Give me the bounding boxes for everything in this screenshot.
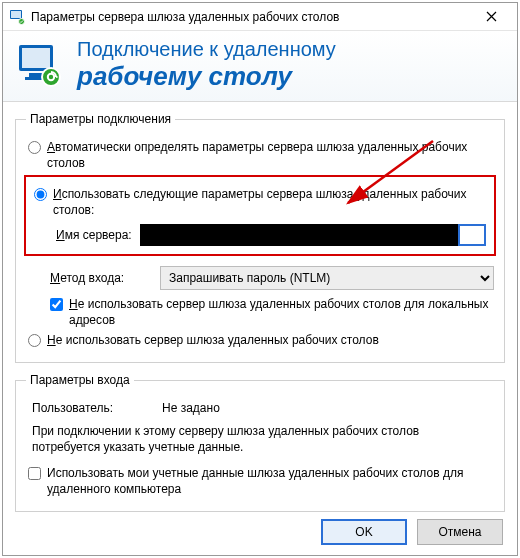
logon-method-label: Метод входа: <box>50 271 160 285</box>
share-credentials-row: Использовать мои учетные данные шлюза уд… <box>28 465 494 497</box>
user-value: Не задано <box>162 401 220 415</box>
cancel-button[interactable]: Отмена <box>417 519 503 545</box>
server-name-label: Имя сервера: <box>56 228 132 242</box>
dialog-buttons: OK Отмена <box>321 519 503 545</box>
radio-use-these-settings[interactable] <box>34 188 47 201</box>
annotation-highlight-box: Использовать следующие параметры сервера… <box>24 175 496 256</box>
svg-rect-1 <box>11 11 21 18</box>
checkbox-bypass-local-label[interactable]: Не использовать сервер шлюза удаленных р… <box>69 296 494 328</box>
header-line-1: Подключение к удаленному <box>77 37 336 61</box>
close-icon <box>486 11 497 22</box>
connection-settings-legend: Параметры подключения <box>26 112 175 126</box>
window-title: Параметры сервера шлюза удаленных рабочи… <box>31 10 471 24</box>
user-label: Пользователь: <box>32 401 162 415</box>
radio-auto-detect-label[interactable]: Автоматически определять параметры серве… <box>47 139 494 171</box>
close-button[interactable] <box>471 4 511 30</box>
radio-auto-row: Автоматически определять параметры серве… <box>28 139 494 171</box>
radio-auto-detect[interactable] <box>28 141 41 154</box>
logon-method-select[interactable]: Запрашивать пароль (NTLM) <box>160 266 494 290</box>
bypass-local-row: Не использовать сервер шлюза удаленных р… <box>50 296 494 328</box>
header-line-2: рабочему столу <box>77 61 336 91</box>
radio-manual-row: Использовать следующие параметры сервера… <box>34 186 486 218</box>
svg-rect-5 <box>29 73 43 77</box>
header-banner: Подключение к удаленному рабочему столу <box>3 31 517 102</box>
radio-none-row: Не использовать сервер шлюза удаленных р… <box>28 332 494 348</box>
ok-button[interactable]: OK <box>321 519 407 545</box>
radio-do-not-use[interactable] <box>28 334 41 347</box>
checkbox-bypass-local[interactable] <box>50 298 63 311</box>
radio-do-not-use-label[interactable]: Не использовать сервер шлюза удаленных р… <box>47 332 494 348</box>
checkbox-share-credentials[interactable] <box>28 467 41 480</box>
rdp-large-icon <box>15 41 63 89</box>
logon-settings-legend: Параметры входа <box>26 373 134 387</box>
logon-settings-group: Параметры входа Пользователь: Не задано … <box>15 373 505 512</box>
credentials-note: При подключении к этому серверу шлюза уд… <box>32 423 488 455</box>
server-name-row: Имя сервера: <box>56 224 486 246</box>
rdp-small-icon <box>9 9 25 25</box>
connection-settings-group: Параметры подключения Автоматически опре… <box>15 112 505 363</box>
checkbox-share-credentials-label[interactable]: Использовать мои учетные данные шлюза уд… <box>47 465 494 497</box>
svg-rect-4 <box>22 48 50 68</box>
server-name-input[interactable] <box>458 224 486 246</box>
radio-use-these-settings-label[interactable]: Использовать следующие параметры сервера… <box>53 186 486 218</box>
title-bar: Параметры сервера шлюза удаленных рабочи… <box>3 3 517 31</box>
user-row: Пользователь: Не задано <box>32 401 494 415</box>
logon-method-row: Метод входа: Запрашивать пароль (NTLM) <box>50 266 494 290</box>
server-name-redacted <box>140 224 458 246</box>
